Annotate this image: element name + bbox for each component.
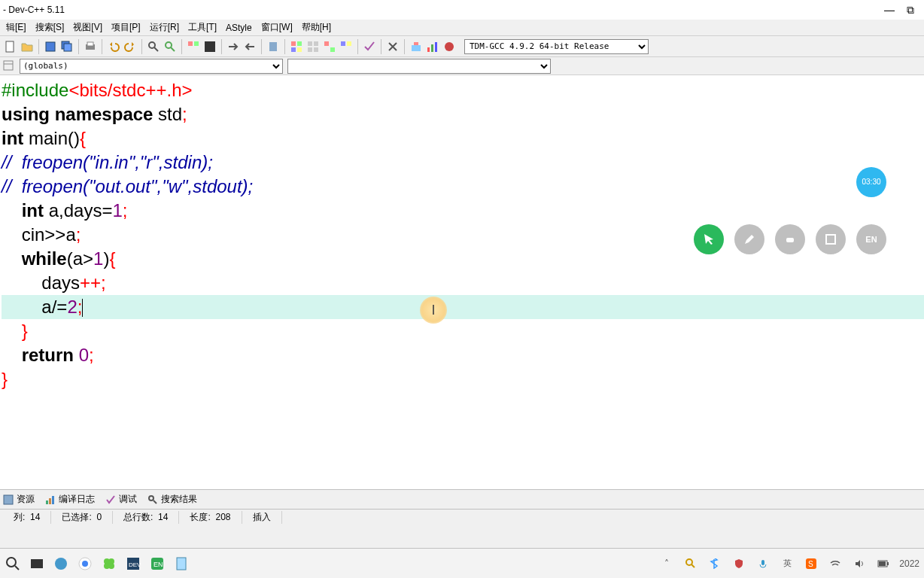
chrome-icon[interactable]: [77, 555, 93, 572]
tray-mic-icon[interactable]: [755, 555, 771, 572]
menu-tools[interactable]: 工具[T]: [184, 20, 221, 35]
menu-run[interactable]: 运行[R]: [145, 20, 184, 35]
svg-rect-5: [87, 42, 93, 46]
svg-rect-37: [46, 500, 48, 504]
symbol-select[interactable]: [287, 59, 551, 74]
toolbar: TDM-GCC 4.9.2 64-bit Release: [0, 36, 924, 57]
debug2-icon[interactable]: [442, 39, 457, 54]
svg-rect-38: [49, 498, 51, 504]
svg-point-57: [686, 559, 692, 565]
overlay-lang-button[interactable]: EN: [856, 224, 886, 254]
svg-text:DEV: DEV: [129, 561, 141, 568]
clover-icon[interactable]: [101, 555, 117, 572]
svg-rect-36: [4, 495, 13, 504]
tab-debug[interactable]: 调试: [105, 493, 137, 506]
menu-search[interactable]: 搜索[S]: [31, 20, 69, 35]
code-line: // freopen("out.out","w",stdout);: [2, 175, 924, 199]
grid-icon[interactable]: [322, 39, 337, 54]
bottom-tabs: 资源 编译日志 调试 搜索结果: [0, 489, 924, 509]
tray-clock[interactable]: 2022: [899, 558, 919, 569]
notepad-icon[interactable]: [173, 555, 190, 572]
svg-line-9: [171, 47, 175, 51]
replace-icon[interactable]: [163, 39, 178, 54]
svg-rect-20: [308, 47, 312, 52]
navbar: (globals): [0, 57, 924, 75]
tray-security-icon[interactable]: [731, 555, 747, 572]
rebuild-icon[interactable]: [305, 39, 321, 54]
svg-rect-16: [291, 47, 296, 52]
overlay-pencil-button[interactable]: [734, 224, 764, 254]
overlay-eraser-button[interactable]: [775, 224, 805, 254]
back-icon[interactable]: [242, 39, 257, 54]
compile-run-icon[interactable]: [289, 39, 304, 54]
svg-point-42: [7, 558, 16, 567]
tray-sogou-icon[interactable]: S: [803, 555, 819, 572]
bookmark-icon[interactable]: [266, 39, 281, 54]
svg-rect-19: [314, 41, 318, 46]
svg-rect-27: [414, 42, 418, 45]
open-file-icon[interactable]: [20, 39, 35, 54]
task-view-icon[interactable]: [29, 555, 45, 572]
save-icon[interactable]: [43, 39, 58, 54]
compile-icon[interactable]: [186, 39, 201, 54]
menu-help[interactable]: 帮助[H]: [297, 20, 336, 35]
run-icon[interactable]: [202, 39, 217, 54]
find-icon[interactable]: [146, 39, 161, 54]
tray-bluetooth-icon[interactable]: [707, 555, 723, 572]
debug-icon[interactable]: [409, 39, 424, 54]
window-title: - Dev-C++ 5.11: [3, 5, 879, 15]
print-icon[interactable]: [83, 39, 98, 54]
redo-icon[interactable]: [123, 39, 138, 54]
menu-view[interactable]: 视图[V]: [68, 20, 107, 35]
status-length: 长度: 208: [179, 511, 242, 524]
ime-icon[interactable]: EN: [149, 555, 166, 572]
svg-rect-25: [347, 41, 351, 46]
menu-project[interactable]: 项目[P]: [107, 20, 145, 35]
code-line: int main(){: [2, 126, 924, 151]
svg-line-58: [691, 564, 695, 567]
svg-point-31: [445, 42, 454, 51]
code-line-active: a/=2;: [2, 295, 924, 319]
overlay-cursor-button[interactable]: [694, 224, 724, 254]
new-file-icon[interactable]: [3, 39, 18, 54]
tray-up-icon[interactable]: ˄: [658, 555, 675, 572]
code-editor[interactable]: #include<bits/stdc++.h> using namespace …: [0, 75, 924, 489]
tray-battery-icon[interactable]: [875, 555, 892, 572]
start-search-icon[interactable]: [5, 555, 21, 572]
compiler-select[interactable]: TDM-GCC 4.9.2 64-bit Release: [464, 39, 649, 54]
nav-toggle-icon[interactable]: [3, 60, 15, 72]
maximize-button[interactable]: ⧉: [900, 4, 921, 17]
devcpp-icon[interactable]: DEV: [125, 555, 141, 572]
undo-icon[interactable]: [106, 39, 121, 54]
tab-resources[interactable]: 资源: [3, 493, 35, 506]
svg-point-47: [82, 561, 88, 567]
menu-edit[interactable]: 辑[E]: [2, 20, 31, 35]
status-mode: 插入: [242, 511, 282, 524]
profile-icon[interactable]: [425, 39, 440, 54]
minimize-button[interactable]: —: [879, 4, 900, 16]
tray-volume-icon[interactable]: [851, 555, 868, 572]
check-icon[interactable]: [362, 39, 377, 54]
svg-rect-34: [786, 238, 794, 242]
svg-rect-0: [6, 41, 14, 52]
svg-rect-28: [427, 47, 430, 52]
code-line: #include<bits/stdc++.h>: [2, 78, 924, 102]
menu-astyle[interactable]: AStyle: [221, 21, 257, 35]
svg-rect-1: [46, 42, 55, 51]
svg-rect-24: [341, 41, 345, 46]
tray-wifi-icon[interactable]: [827, 555, 843, 572]
svg-rect-32: [4, 61, 13, 70]
overlay-fullscreen-button[interactable]: [816, 224, 846, 254]
edge-icon[interactable]: [53, 555, 69, 572]
save-all-icon[interactable]: [59, 39, 74, 54]
cancel-icon[interactable]: [385, 39, 400, 54]
tray-ime-icon[interactable]: 英: [779, 555, 795, 572]
menu-window[interactable]: 窗口[W]: [257, 20, 297, 35]
svg-point-6: [149, 42, 155, 48]
tab-search-results[interactable]: 搜索结果: [147, 493, 197, 506]
tab-compile-log[interactable]: 编译日志: [45, 493, 95, 506]
grid2-icon[interactable]: [339, 39, 354, 54]
globals-select[interactable]: (globals): [20, 59, 283, 74]
goto-icon[interactable]: [226, 39, 241, 54]
tray-search-icon[interactable]: [682, 555, 699, 572]
